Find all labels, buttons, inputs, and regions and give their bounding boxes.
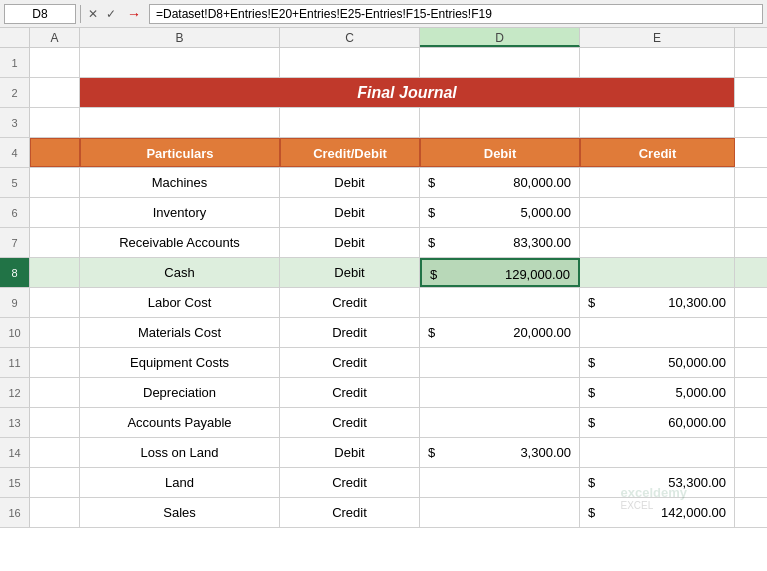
cell-e13[interactable]: $60,000.00 [580,408,735,437]
cell-c10[interactable]: Dredit [280,318,420,347]
cell-a3[interactable] [30,108,80,137]
cell-c11[interactable]: Credit [280,348,420,377]
table-row: 9 Labor Cost Credit $10,300.00 [0,288,767,318]
cell-c3[interactable] [280,108,420,137]
col-header-c[interactable]: C [280,28,420,47]
cell-b14[interactable]: Loss on Land [80,438,280,467]
name-box[interactable]: D8 [4,4,76,24]
cell-c13[interactable]: Credit [280,408,420,437]
col-header-b[interactable]: B [80,28,280,47]
cell-a4[interactable] [30,138,80,167]
table-row: 6 Inventory Debit $5,000.00 [0,198,767,228]
cell-c9[interactable]: Credit [280,288,420,317]
cell-b1[interactable] [80,48,280,77]
cell-c15[interactable]: Credit [280,468,420,497]
cell-b6[interactable]: Inventory [80,198,280,227]
column-headers: A B C D E [0,28,767,48]
cell-a8[interactable] [30,258,80,287]
cell-a11[interactable] [30,348,80,377]
row-num-5: 5 [0,168,30,197]
formula-bar-buttons: ✕ ✓ [85,7,119,21]
spreadsheet: 1 2 Final Journal 3 4 Particulars Credit… [0,48,767,528]
cell-d7[interactable]: $83,300.00 [420,228,580,257]
cell-d15[interactable] [420,468,580,497]
row-num-14: 14 [0,438,30,467]
cell-b11[interactable]: Equipment Costs [80,348,280,377]
row-num-7: 7 [0,228,30,257]
confirm-icon[interactable]: ✓ [103,7,119,21]
col-header-e[interactable]: E [580,28,735,47]
table-row: 8 Cash Debit $129,000.00 [0,258,767,288]
cell-e15[interactable]: $53,300.00 [580,468,735,497]
cell-e14[interactable] [580,438,735,467]
table-row: 1 [0,48,767,78]
cell-e11[interactable]: $50,000.00 [580,348,735,377]
cell-e3[interactable] [580,108,735,137]
table-row: 13 Accounts Payable Credit $60,000.00 [0,408,767,438]
cell-e5[interactable] [580,168,735,197]
cell-a10[interactable] [30,318,80,347]
cancel-icon[interactable]: ✕ [85,7,101,21]
cell-e9[interactable]: $10,300.00 [580,288,735,317]
cell-c16[interactable]: Credit [280,498,420,527]
cell-e6[interactable] [580,198,735,227]
cell-e12[interactable]: $5,000.00 [580,378,735,407]
cell-d9[interactable] [420,288,580,317]
cell-b13[interactable]: Accounts Payable [80,408,280,437]
cell-d6[interactable]: $5,000.00 [420,198,580,227]
table-row: 14 Loss on Land Debit $3,300.00 [0,438,767,468]
table-row: 2 Final Journal [0,78,767,108]
cell-e1[interactable] [580,48,735,77]
cell-b7[interactable]: Receivable Accounts [80,228,280,257]
th-debit: Debit [420,138,580,167]
cell-c12[interactable]: Credit [280,378,420,407]
cell-e16[interactable]: $142,000.00 [580,498,735,527]
cell-d11[interactable] [420,348,580,377]
cell-b15[interactable]: Land [80,468,280,497]
cell-a9[interactable] [30,288,80,317]
cell-b5[interactable]: Machines [80,168,280,197]
cell-b16[interactable]: Sales [80,498,280,527]
cell-a6[interactable] [30,198,80,227]
cell-a12[interactable] [30,378,80,407]
cell-b10[interactable]: Materials Cost [80,318,280,347]
cell-d16[interactable] [420,498,580,527]
formula-input[interactable] [149,4,763,24]
cell-c14[interactable]: Debit [280,438,420,467]
cell-a14[interactable] [30,438,80,467]
cell-d12[interactable] [420,378,580,407]
cell-b8[interactable]: Cash [80,258,280,287]
cell-a2[interactable] [30,78,80,107]
cell-c8[interactable]: Debit [280,258,420,287]
cell-d5[interactable]: $80,000.00 [420,168,580,197]
cell-c1[interactable] [280,48,420,77]
cell-d1[interactable] [420,48,580,77]
cell-e8[interactable] [580,258,735,287]
cell-c7[interactable]: Debit [280,228,420,257]
cell-a1[interactable] [30,48,80,77]
cell-d8[interactable]: $129,000.00 [420,258,580,287]
cell-b9[interactable]: Labor Cost [80,288,280,317]
table-row: 5 Machines Debit $80,000.00 [0,168,767,198]
cell-a7[interactable] [30,228,80,257]
col-header-d[interactable]: D [420,28,580,47]
cell-c6[interactable]: Debit [280,198,420,227]
cell-b12[interactable]: Depreciation [80,378,280,407]
cell-a16[interactable] [30,498,80,527]
th-particulars: Particulars [80,138,280,167]
col-header-a[interactable]: A [30,28,80,47]
cell-a13[interactable] [30,408,80,437]
cell-e10[interactable] [580,318,735,347]
cell-c5[interactable]: Debit [280,168,420,197]
cell-a15[interactable] [30,468,80,497]
cell-d3[interactable] [420,108,580,137]
cell-d13[interactable] [420,408,580,437]
cell-a5[interactable] [30,168,80,197]
table-row: 7 Receivable Accounts Debit $83,300.00 [0,228,767,258]
cell-e7[interactable] [580,228,735,257]
cell-d10[interactable]: $20,000.00 [420,318,580,347]
row-num-11: 11 [0,348,30,377]
cell-d14[interactable]: $3,300.00 [420,438,580,467]
cell-b3[interactable] [80,108,280,137]
row-num-2: 2 [0,78,30,107]
